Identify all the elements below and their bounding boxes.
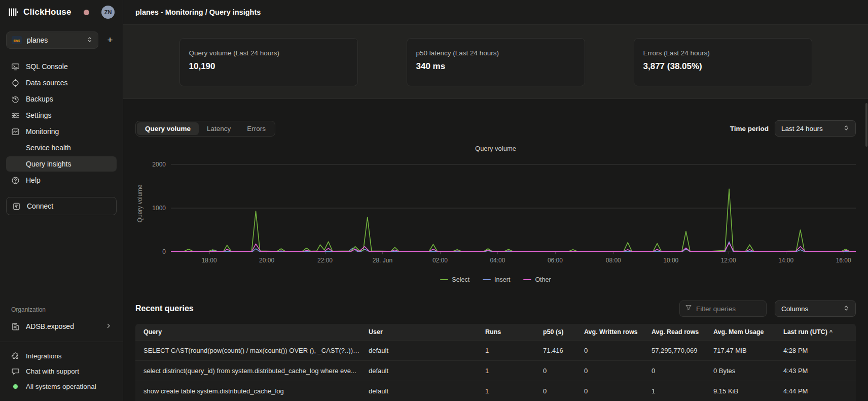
sidebar-item-label: SQL Console [26,62,68,71]
legend-item-other[interactable]: Other [523,276,551,283]
notification-dot[interactable] [84,10,89,15]
table-cell: 1 [481,381,539,401]
system-status-item[interactable]: All systems operational [6,379,117,394]
column-header[interactable]: Avg. Written rows [580,324,647,340]
sort-ascending-icon: ^ [829,329,833,335]
legend-swatch [523,279,531,281]
x-tick-label: 02:00 [432,257,448,264]
time-period-value: Last 24 hours [781,125,838,132]
table-cell: 9.15 KiB [709,381,779,401]
table-cell: 0 [539,360,580,381]
column-header[interactable]: Last run (UTC)^ [779,324,856,340]
filter-queries-input[interactable] [696,305,761,313]
sidebar-item-service-health[interactable]: Service health [6,140,117,155]
recent-queries-header: Recent queries Columns [135,300,856,317]
sidebar-item-settings[interactable]: Settings [6,108,117,123]
column-header[interactable]: Avg. Mem Usage [709,324,779,340]
x-tick-mark [786,252,786,254]
filter-queries-box [679,300,767,317]
x-tick-label: 14:00 [778,257,793,264]
series-line-select [171,189,856,251]
table-row[interactable]: show create table system.distributed_cac… [135,381,856,401]
table-cell: 1 [481,360,539,381]
stat-value: 10,190 [189,61,348,72]
sidebar-item-sql-console[interactable]: SQL Console [6,59,117,74]
y-tick-label: 0 [162,248,166,255]
table-cell: 0 [647,360,709,381]
system-status-label: All systems operational [26,383,96,390]
settings-sliders-icon [11,111,20,120]
chart-plot-svg [171,155,856,252]
columns-select[interactable]: Columns [775,300,856,317]
table-cell: default [365,360,481,381]
add-service-button[interactable]: + [103,34,117,47]
backups-icon [11,95,20,104]
sidebar-item-help[interactable]: Help [6,173,117,188]
legend-swatch [483,279,491,281]
stat-card-query-volume: Query volume (Last 24 hours) 10,190 [179,38,358,86]
sidebar-item-monitoring[interactable]: Monitoring [6,124,117,139]
chat-bubble-icon [11,367,20,376]
organization-icon [11,322,20,331]
table-cell: 4:44 PM [779,381,856,401]
table-cell: 0 [580,340,647,360]
chat-support-item[interactable]: Chat with support [6,363,117,379]
integrations-item[interactable]: Integrations [6,348,117,363]
service-row: aws planes + [6,31,117,49]
sidebar-item-label: Settings [26,111,52,119]
connect-icon [12,202,21,211]
organization-item[interactable]: ADSB.exposed [6,318,117,335]
scrollbar-thumb[interactable] [865,103,867,147]
integrations-puzzle-icon [11,352,20,360]
breadcrumb-title: planes - Monitoring / Query insights [135,8,261,16]
tab-latency[interactable]: Latency [199,122,239,135]
integrations-label: Integrations [26,352,62,360]
service-name: planes [27,36,82,44]
time-period-select[interactable]: Last 24 hours [775,120,856,137]
sidebar-item-backups[interactable]: Backups [6,91,117,107]
table-cell: SELECT CAST(round(pow(count() / max(coun… [135,340,365,360]
chevron-updown-icon [843,305,849,313]
sidebar-item-data-sources[interactable]: Data sources [6,75,117,90]
table-cell: 0 [580,360,647,381]
x-tick-label: 28. Jun [373,257,392,264]
table-cell: 1 [647,381,709,401]
column-header[interactable]: Query [135,324,365,340]
table-row[interactable]: SELECT CAST(round(pow(count() / max(coun… [135,340,856,360]
x-tick-label: 08:00 [606,257,621,264]
service-selector[interactable]: aws planes [6,31,98,49]
content-scroll-area: Query volume Latency Errors Time period … [123,99,868,401]
legend-item-select[interactable]: Select [440,276,469,283]
x-tick-label: 06:00 [548,257,563,264]
x-tick-mark [382,252,383,254]
sidebar-item-label: Data sources [26,79,67,87]
metric-tabs: Query volume Latency Errors [135,121,275,137]
sidebar-item-query-insights[interactable]: Query insights [6,156,117,172]
user-avatar[interactable]: ZN [101,6,115,19]
legend-label: Select [452,276,469,283]
column-header[interactable]: p50 (s) [539,324,580,340]
aws-icon: aws [12,36,22,44]
connect-button[interactable]: Connect [6,197,117,215]
legend-swatch [440,279,448,281]
sidebar-nav: SQL Console Data sources Backups Setting… [6,59,117,188]
legend-item-insert[interactable]: Insert [483,276,510,283]
column-header[interactable]: Avg. Read rows [647,324,709,340]
table-cell: default [365,340,481,360]
organization-section-label: Organization [6,306,117,318]
legend-label: Insert [494,276,510,283]
column-header[interactable]: Runs [481,324,539,340]
table-cell: 57,295,770,069 [647,340,709,360]
console-icon [11,62,20,71]
tab-errors[interactable]: Errors [239,122,274,135]
y-tick-label: 1000 [152,205,166,212]
table-row[interactable]: select distrinct(query_id) from system.d… [135,360,856,381]
chat-support-label: Chat with support [26,367,79,375]
y-tick-label: 2000 [152,161,166,168]
table-cell: 4:28 PM [779,340,856,360]
table-cell: 0 Bytes [709,360,779,381]
tab-query-volume[interactable]: Query volume [137,122,199,135]
filter-funnel-icon [685,304,692,313]
chevron-right-icon [105,322,112,330]
column-header[interactable]: User [365,324,481,340]
